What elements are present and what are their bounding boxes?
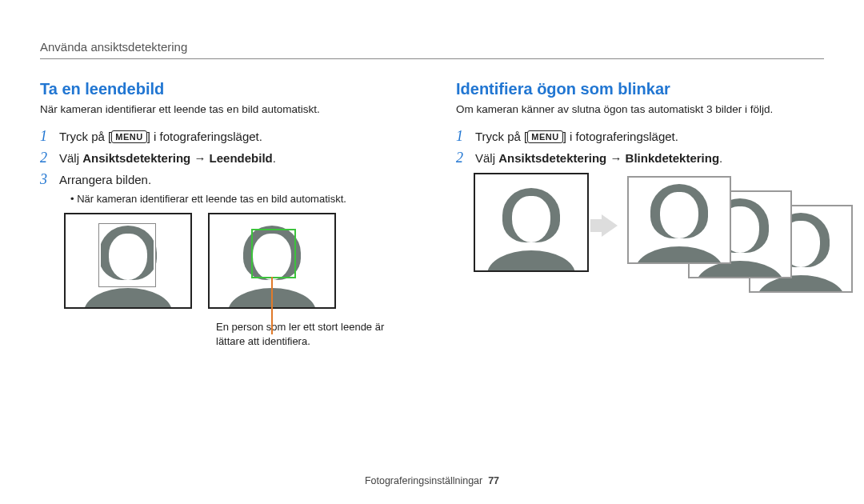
face-frame-source: [474, 173, 589, 272]
section-desc-blink: Om kameran känner av slutna ögon tas aut…: [456, 103, 824, 115]
menu-icon: MENU: [111, 130, 146, 143]
section-title-smile: Ta en leendebild: [40, 80, 408, 98]
step-1: 1 Tryck på [MENU] i fotograferingsläget.: [40, 128, 408, 145]
step-2-text: Välj Ansiktsdetektering → Leendebild.: [59, 151, 408, 165]
content-columns: Ta en leendebild När kameran identifiera…: [40, 80, 824, 348]
step-3: 3 Arrangera bilden.: [40, 171, 408, 188]
section-desc-smile: När kameran identifierar ett leende tas …: [40, 103, 408, 115]
detection-box-white: [99, 224, 155, 286]
section-title-blink: Identifiera ögon som blinkar: [456, 80, 824, 98]
step-2: 2 Välj Ansiktsdetektering → Leendebild.: [40, 150, 408, 166]
step-3-sub: När kameran identifierar ett leende tas …: [70, 193, 408, 205]
right-column: Identifiera ögon som blinkar Om kameran …: [456, 80, 824, 348]
divider: [40, 58, 824, 59]
step-2: 2 Välj Ansiktsdetektering → Blinkdetekte…: [456, 150, 824, 166]
face-frame-smile-wrap: [208, 213, 336, 309]
step-1: 1 Tryck på [MENU] i fotograferingsläget.: [456, 128, 824, 145]
face-illustration: [491, 178, 571, 272]
page-number: 77: [488, 475, 499, 486]
callout-line: [271, 277, 273, 334]
smile-caption: En person som ler ett stort leende är lä…: [216, 320, 408, 348]
detection-box-green: [251, 229, 296, 278]
face-illustration: [639, 176, 719, 264]
left-column: Ta en leendebild När kameran identifiera…: [40, 80, 408, 348]
menu-icon: MENU: [527, 130, 562, 143]
steps-smile: 1 Tryck på [MENU] i fotograferingsläget.…: [40, 128, 408, 188]
arrow-icon: [602, 214, 618, 237]
steps-blink: 1 Tryck på [MENU] i fotograferingsläget.…: [456, 128, 824, 166]
face-frame-neutral: [64, 213, 192, 309]
breadcrumb: Använda ansiktsdetektering: [40, 40, 824, 54]
smile-image-row: [64, 213, 408, 309]
face-frame-result-1: [627, 176, 731, 264]
page-footer: Fotograferingsinställningar 77: [0, 475, 864, 486]
step-2-text: Välj Ansiktsdetektering → Blinkdetekteri…: [475, 151, 824, 165]
blink-cascade: [474, 173, 824, 309]
